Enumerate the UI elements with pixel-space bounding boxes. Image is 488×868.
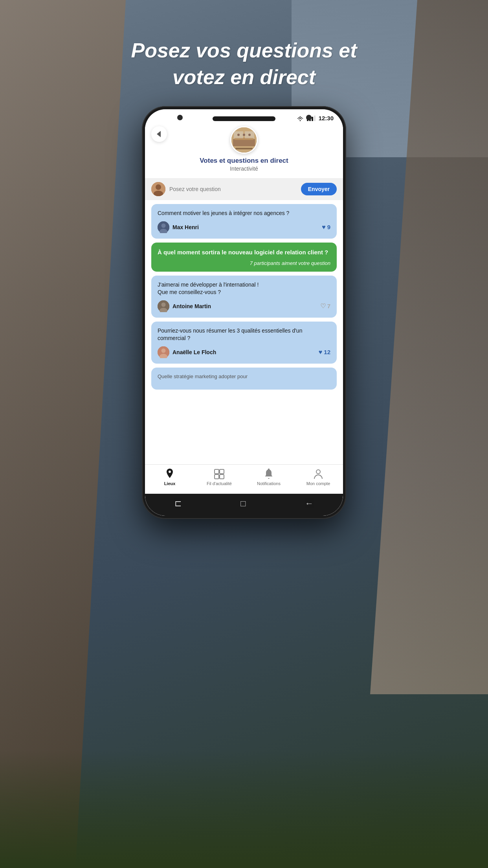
svg-point-9 [243, 134, 245, 136]
question-card-3: J'aimerai me développer à l'internationa… [151, 276, 337, 318]
user-avatar [151, 182, 165, 196]
author-name-4: Anaëlle Le Floch [172, 349, 216, 355]
question-card-1: Comment motiver les jeunes à intégrer no… [151, 204, 337, 239]
feed-icon [214, 469, 225, 480]
svg-point-18 [161, 302, 166, 307]
recent-apps-button[interactable]: ⊏ [174, 498, 182, 509]
question-text-5: Quelle stratégie marketing adopter pour [158, 373, 330, 380]
bottom-nav: Lieux Fil d'actualité [145, 464, 343, 494]
svg-marker-1 [298, 118, 302, 120]
question-input-area: Envoyer [145, 178, 343, 200]
svg-point-2 [299, 120, 301, 121]
nav-label-compte: Mon compte [306, 481, 330, 486]
camera-left [177, 115, 183, 120]
event-avatar [230, 126, 258, 154]
app-header: Votes et questions en direct Interactivi… [145, 123, 343, 178]
nav-item-fil[interactable]: Fil d'actualité [194, 469, 244, 486]
author-avatar-4 [158, 346, 169, 358]
status-time: 12:30 [319, 115, 334, 121]
like-count-4[interactable]: ♥ 12 [319, 349, 330, 356]
speaker [213, 116, 275, 121]
nav-item-notifications[interactable]: Notifications [244, 469, 294, 486]
user-avatar-image [151, 182, 165, 196]
bg-vegetation [0, 750, 488, 868]
nav-item-compte[interactable]: Mon compte [294, 469, 343, 486]
question-text-2: À quel moment sortira le nouveau logicie… [158, 248, 330, 256]
question-author-3: Antoine Martin [158, 300, 211, 312]
event-subtitle: Interactivité [230, 166, 258, 172]
svg-rect-4 [233, 139, 255, 146]
svg-rect-24 [220, 469, 224, 474]
back-nav-button[interactable]: ← [305, 498, 314, 509]
author-avatar-1 [158, 221, 169, 233]
author-avatar-3 [158, 300, 169, 312]
account-icon [313, 469, 324, 480]
back-chevron-icon [157, 131, 161, 137]
question-text-4: Pourriez-vous nous résumer les 3 qualité… [158, 327, 330, 342]
svg-point-10 [248, 134, 251, 136]
svg-point-15 [161, 223, 166, 228]
question-author-1: Max Henri [158, 221, 199, 233]
question-text-3: J'aimerai me développer à l'internationa… [158, 281, 330, 296]
phone-inner: 12:30 [145, 109, 343, 516]
location-icon [164, 469, 175, 480]
camera-right [306, 115, 312, 120]
question-card-4: Pourriez-vous nous résumer les 3 qualité… [151, 322, 337, 364]
heart-filled-icon-4: ♥ [319, 349, 323, 356]
question-input[interactable] [169, 186, 297, 192]
home-bar-area: ⊏ □ ← [145, 494, 343, 516]
svg-point-27 [316, 470, 320, 474]
question-meta-1: Max Henri ♥ 9 [158, 221, 330, 233]
nav-label-lieux: Lieux [164, 481, 176, 486]
event-title: Votes et questions en direct [200, 157, 288, 165]
like-number-4: 12 [324, 349, 330, 355]
question-text-1: Comment motiver les jeunes à intégrer no… [158, 210, 330, 217]
title-line1: Posez vos questions et [0, 37, 488, 64]
like-count-1[interactable]: ♥ 9 [322, 224, 330, 231]
bell-icon [263, 469, 274, 480]
questions-list: Comment motiver les jeunes à intégrer no… [145, 200, 343, 464]
wifi-icon [297, 116, 304, 121]
svg-rect-25 [215, 474, 219, 479]
back-button[interactable] [151, 126, 167, 142]
heart-outline-icon-3: ♡ [320, 302, 326, 310]
nav-label-notifications: Notifications [257, 481, 281, 486]
page-title: Posez vos questions et votez en direct [0, 37, 488, 90]
home-button[interactable]: □ [240, 498, 246, 509]
like-number-3: 7 [327, 303, 330, 309]
svg-rect-26 [220, 474, 224, 479]
heart-filled-icon-1: ♥ [322, 224, 326, 231]
like-count-3[interactable]: ♡ 7 [320, 302, 330, 310]
question-card-2: À quel moment sortira le nouveau logicie… [151, 243, 337, 272]
svg-rect-23 [215, 469, 219, 474]
title-line2: votez en direct [0, 64, 488, 91]
vote-text-2: 7 participants aiment votre question [158, 260, 330, 266]
screen: 12:30 [145, 109, 343, 516]
question-card-5: Quelle stratégie marketing adopter pour [151, 368, 337, 390]
meeting-room-image [231, 127, 257, 153]
phone-frame: 12:30 [142, 106, 346, 519]
svg-point-8 [237, 134, 240, 136]
author-name-1: Max Henri [172, 224, 199, 230]
like-number-1: 9 [327, 224, 330, 230]
svg-point-21 [161, 348, 166, 353]
bg-rock-left [0, 0, 126, 868]
question-author-4: Anaëlle Le Floch [158, 346, 216, 358]
svg-point-12 [156, 184, 161, 190]
nav-item-lieux[interactable]: Lieux [145, 469, 194, 486]
question-meta-3: Antoine Martin ♡ 7 [158, 300, 330, 312]
question-meta-4: Anaëlle Le Floch ♥ 12 [158, 346, 330, 358]
nav-label-fil: Fil d'actualité [207, 481, 232, 486]
author-name-3: Antoine Martin [172, 303, 211, 309]
send-button[interactable]: Envoyer [301, 183, 337, 195]
